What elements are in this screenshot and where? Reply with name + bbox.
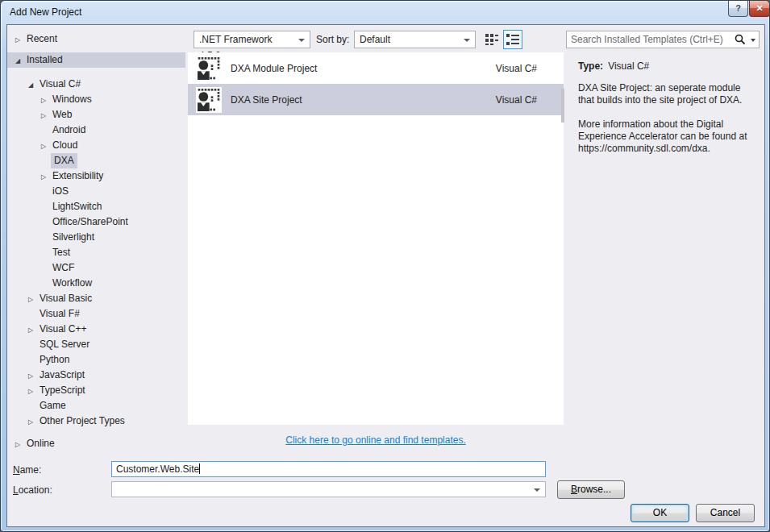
expander-icon[interactable]: ▷ <box>28 292 40 307</box>
help-icon: ? <box>735 3 741 13</box>
location-combo[interactable] <box>111 481 546 497</box>
add-new-project-dialog: Add New Project ? ✕ .NET Framework 4.5.2… <box>0 0 770 532</box>
expander-icon[interactable]: ▷ <box>28 322 40 338</box>
chevron-down-icon <box>464 39 470 42</box>
text-caret <box>199 463 200 474</box>
tree-item-other-project-types[interactable]: ▷Other Project Types <box>7 414 185 429</box>
expander-icon[interactable]: ▷ <box>41 169 52 185</box>
tree-item-silverlight[interactable]: Silverlight <box>7 230 185 245</box>
expander-icon[interactable]: ▷ <box>41 139 52 154</box>
expander-icon[interactable]: ▷ <box>28 368 40 384</box>
chevron-down-icon <box>534 488 540 492</box>
tree-item-javascript[interactable]: ▷JavaScript <box>7 368 185 383</box>
search-input[interactable] <box>571 32 732 47</box>
window-title: Add New Project <box>10 6 81 18</box>
template-row-dxa-site-project[interactable]: DXA Site Project Visual C# <box>188 84 564 115</box>
tree-item-office-sharepoint[interactable]: Office/SharePoint <box>7 214 185 230</box>
expander-icon[interactable]: ▷ <box>15 437 27 452</box>
tree-item-visual-basic[interactable]: ▷Visual Basic <box>7 291 185 306</box>
expander-icon[interactable]: ▷ <box>15 32 27 48</box>
list-view-button[interactable] <box>503 30 522 49</box>
name-input[interactable]: Customer.Web.Site <box>111 461 546 477</box>
expander-icon[interactable]: ▷ <box>41 108 52 123</box>
close-button[interactable]: ✕ <box>749 1 770 17</box>
search-icon[interactable] <box>735 34 746 45</box>
tree-item-workflow[interactable]: Workflow <box>7 276 185 291</box>
close-icon: ✕ <box>755 3 763 13</box>
sort-select-value: Default <box>360 34 390 45</box>
project-template-icon <box>196 87 222 113</box>
tree-item-web[interactable]: ▷Web <box>7 107 185 123</box>
location-label: Location: <box>13 484 52 496</box>
sort-by-label: Sort by: <box>316 34 349 45</box>
tree-item-typescript[interactable]: ▷TypeScript <box>7 383 185 398</box>
search-box <box>566 31 760 48</box>
expander-icon[interactable]: ◢ <box>28 77 40 93</box>
tree-item-visual-fsharp[interactable]: Visual F# <box>7 306 185 322</box>
tree-item-android[interactable]: Android <box>7 123 185 138</box>
category-tree: ▷Recent ◢Installed ◢Visual C# ▷Windows ▷… <box>7 25 185 526</box>
project-template-icon <box>196 56 222 81</box>
name-label: Name: <box>13 464 41 476</box>
template-info-panel: Type:Visual C# DXA Site Project: an sepe… <box>568 52 760 425</box>
ok-button[interactable]: OK <box>631 504 689 522</box>
tree-item-ios[interactable]: iOS <box>7 184 185 199</box>
template-list: DXA Module Project Visual C# DXA S <box>188 52 564 425</box>
template-language: Visual C# <box>496 63 537 74</box>
tree-item-python[interactable]: Python <box>7 352 185 368</box>
type-value: Visual C# <box>608 60 649 72</box>
tree-item-installed[interactable]: ◢Installed <box>7 52 185 68</box>
template-name: DXA Site Project <box>231 94 496 106</box>
sort-select[interactable]: Default <box>354 31 476 48</box>
chevron-down-icon <box>298 39 305 42</box>
small-icons-view-button[interactable] <box>485 32 499 47</box>
cancel-button[interactable]: Cancel <box>696 504 755 522</box>
online-link-row: Click here to go online and find templat… <box>188 434 564 446</box>
expander-icon[interactable]: ◢ <box>15 53 27 69</box>
expander-icon[interactable]: ▷ <box>28 414 40 430</box>
tree-item-test[interactable]: Test <box>7 245 185 260</box>
tree-item-dxa[interactable]: DXA <box>7 153 185 168</box>
tree-item-cloud[interactable]: ▷Cloud <box>7 138 185 153</box>
tree-item-extensibility[interactable]: ▷Extensibility <box>7 168 185 184</box>
name-input-value: Customer.Web.Site <box>116 463 199 475</box>
expander-icon[interactable]: ▷ <box>41 93 52 108</box>
tree-item-sql-server[interactable]: SQL Server <box>7 337 185 352</box>
template-row-dxa-module-project[interactable]: DXA Module Project Visual C# <box>188 52 564 84</box>
help-button[interactable]: ? <box>728 1 748 17</box>
template-more-info: More information about the Digital Exper… <box>578 118 755 155</box>
tree-item-online[interactable]: ▷Online <box>7 436 185 451</box>
list-view-icon <box>506 32 520 47</box>
framework-select[interactable]: .NET Framework 4.5.2 <box>194 31 310 48</box>
tree-item-lightswitch[interactable]: LightSwitch <box>7 199 185 214</box>
browse-button[interactable]: Browse... <box>557 480 625 499</box>
tree-item-recent[interactable]: ▷Recent <box>7 31 185 47</box>
type-label: Type: <box>578 60 603 72</box>
tree-item-game[interactable]: Game <box>7 398 185 414</box>
dialog-content: .NET Framework 4.5.2 Sort by: Default <box>6 24 765 527</box>
find-templates-link[interactable]: Click here to go online and find templat… <box>285 434 465 446</box>
template-language: Visual C# <box>496 94 537 106</box>
scrollbar-thumb[interactable] <box>561 89 564 123</box>
tree-item-windows[interactable]: ▷Windows <box>7 92 185 107</box>
template-description: DXA Site Project: an seperate module tha… <box>578 82 755 106</box>
small-icons-icon <box>485 32 499 47</box>
expander-icon[interactable]: ▷ <box>28 384 40 399</box>
tree-item-visual-csharp[interactable]: ◢Visual C# <box>7 77 185 92</box>
tree-item-visual-cpp[interactable]: ▷Visual C++ <box>7 322 185 337</box>
template-name: DXA Module Project <box>231 63 496 74</box>
chevron-down-icon[interactable] <box>751 39 755 42</box>
tree-item-wcf[interactable]: WCF <box>7 260 185 276</box>
